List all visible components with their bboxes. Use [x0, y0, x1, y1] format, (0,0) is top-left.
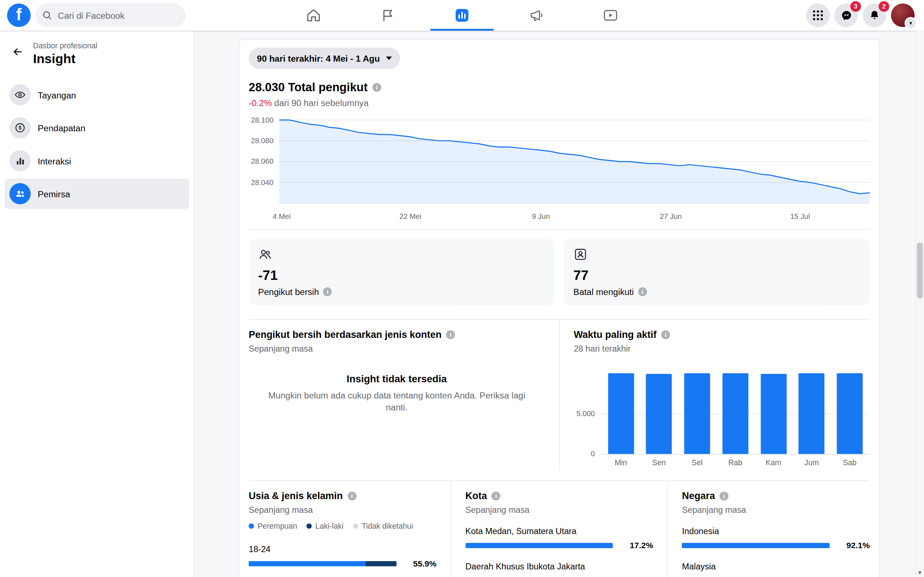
facebook-logo[interactable] — [7, 3, 31, 27]
percentage-label: 17.2% — [621, 541, 653, 550]
section-subtitle: Sepanjang masa — [249, 344, 544, 353]
section-title: Usia & jenis kelamin — [249, 490, 436, 501]
section-subtitle: Sepanjang masa — [465, 505, 653, 515]
info-icon[interactable] — [446, 330, 455, 339]
sidebar-header: Dasbor profesional Insight — [5, 41, 189, 66]
y-tick-label: 28.080 — [251, 137, 273, 145]
date-range-label: 90 hari terakhir: 4 Mei - 1 Agu — [257, 53, 380, 63]
followers-line-svg — [279, 115, 870, 209]
section-title: Kota — [465, 490, 653, 501]
bar-chart-y-axis: 5.000 0 — [573, 373, 601, 455]
y-tick-label: 28.060 — [251, 158, 273, 166]
active-time-bar — [799, 373, 825, 454]
day-labels: MinSenSelRabKamJumSab — [608, 458, 863, 467]
followers-chart: 28.10028.08028.06028.040 4 Mei22 Mei9 Ju… — [249, 115, 870, 223]
country-column: Negara Sepanjang masa Indonesia 92.1% Ma… — [667, 481, 870, 577]
x-tick-label: 27 Jun — [660, 213, 682, 221]
insights-icon — [454, 8, 470, 23]
city-column: Kota Sepanjang masa Kota Medan, Sumatera… — [451, 481, 667, 577]
y-axis-labels: 28.10028.08028.06028.040 — [249, 115, 279, 223]
tab-pages[interactable] — [355, 0, 421, 31]
x-tick-label: 15 Jul — [790, 213, 809, 221]
stat-value: 77 — [573, 267, 861, 283]
messenger-button[interactable]: 3 — [835, 3, 858, 27]
x-tick-label: 22 Mei — [399, 213, 421, 221]
video-icon — [603, 8, 618, 23]
topbar-actions: 3 2 — [806, 3, 924, 27]
baseline — [601, 454, 869, 455]
interactions-icon — [10, 150, 31, 171]
y-tick-label: 28.040 — [251, 178, 273, 187]
bars — [608, 372, 863, 454]
info-icon[interactable] — [720, 492, 729, 500]
day-label: Sen — [646, 458, 672, 467]
profile-avatar[interactable] — [891, 3, 914, 27]
active-times-chart: 5.000 0 MinSenSelRabKamJumSab — [573, 373, 869, 455]
scroll-down-arrow-icon[interactable] — [916, 570, 924, 575]
vertical-scrollbar[interactable] — [915, 31, 924, 577]
info-icon[interactable] — [347, 492, 356, 500]
tab-home[interactable] — [281, 0, 347, 31]
sidebar-item-interaksi[interactable]: Interaksi — [5, 145, 189, 176]
notifications-button[interactable]: 2 — [863, 3, 886, 27]
chart-plot-area: 4 Mei22 Mei9 Jun27 Jun15 Jul — [279, 115, 870, 223]
sidebar-item-tayangan[interactable]: Tayangan — [5, 79, 189, 110]
unfollow-icon — [573, 247, 588, 261]
x-tick-label: 9 Jun — [532, 213, 550, 221]
percentage-label: 92.1% — [838, 541, 870, 550]
country-name: Malaysia — [682, 562, 870, 571]
home-icon — [306, 8, 321, 23]
breadcrumb: Dasbor profesional — [33, 41, 97, 50]
facebook-insights-page: 3 2 Dasbor profesional Insight — [0, 0, 924, 577]
people-icon — [10, 183, 31, 205]
main-nav-tabs — [276, 0, 648, 31]
tab-video[interactable] — [577, 0, 643, 31]
sidebar-titles: Dasbor profesional Insight — [33, 41, 97, 66]
search-bar[interactable] — [36, 3, 186, 27]
stats-row: -71 Pengikut bersih 77 Batal mengikuti — [249, 239, 870, 305]
stacked-bar — [249, 561, 396, 566]
net-followers-card: -71 Pengikut bersih — [249, 239, 554, 305]
demographics-section: Usia & jenis kelamin Sepanjang masa Pere… — [249, 480, 870, 577]
search-input[interactable] — [57, 10, 179, 21]
info-icon[interactable] — [323, 287, 332, 296]
gender-legend: Perempuan Laki-laki Tidak diketahui — [249, 522, 436, 530]
scrollbar-thumb[interactable] — [917, 243, 922, 298]
section-title-text: Usia & jenis kelamin — [249, 490, 343, 501]
svg-text:$: $ — [19, 125, 22, 131]
city-name: Daerah Khusus Ibukota Jakarta — [465, 562, 653, 571]
sidebar-item-label: Pemirsa — [37, 189, 70, 199]
insights-card: 90 hari terakhir: 4 Mei - 1 Agu 28.030 T… — [239, 39, 880, 577]
sidebar-item-pemirsa[interactable]: Pemirsa — [5, 179, 189, 209]
notifications-badge: 2 — [879, 1, 889, 11]
bar-track — [465, 542, 613, 548]
section-title-text: Waktu paling aktif — [573, 329, 657, 340]
people-icon — [258, 247, 272, 261]
megaphone-icon — [528, 8, 544, 23]
info-icon[interactable] — [373, 83, 381, 92]
legend-label: Tidak diketahui — [362, 522, 413, 530]
apps-menu-button[interactable] — [806, 3, 829, 27]
date-range-selector[interactable]: 90 hari terakhir: 4 Mei - 1 Agu — [249, 48, 400, 69]
day-label: Rab — [722, 458, 748, 467]
tab-ads[interactable] — [503, 0, 569, 31]
info-icon[interactable] — [661, 330, 670, 339]
bar-fill — [465, 542, 613, 548]
delta-suffix: dari 90 hari sebelumnya — [274, 98, 368, 108]
section-subtitle: 28 hari terakhir — [573, 344, 869, 353]
tab-insights[interactable] — [429, 0, 495, 31]
active-time-bar — [837, 373, 863, 454]
back-arrow-icon — [12, 46, 24, 58]
info-icon[interactable] — [638, 287, 646, 296]
legend-label: Perempuan — [257, 522, 297, 530]
section-title-text: Pengikut bersih berdasarkan jenis konten — [249, 329, 441, 340]
bar-chart-plot: MinSenSelRabKamJumSab — [601, 373, 869, 455]
sidebar-item-pendapatan[interactable]: $ Pendapatan — [5, 113, 189, 143]
bar-track — [249, 561, 396, 566]
flag-icon — [380, 8, 395, 23]
info-icon[interactable] — [492, 492, 500, 500]
back-button[interactable] — [10, 44, 26, 60]
stat-value: -71 — [258, 267, 545, 283]
empty-state-title: Insight tidak tersedia — [249, 373, 544, 385]
x-tick-label: 4 Mei — [273, 213, 291, 221]
